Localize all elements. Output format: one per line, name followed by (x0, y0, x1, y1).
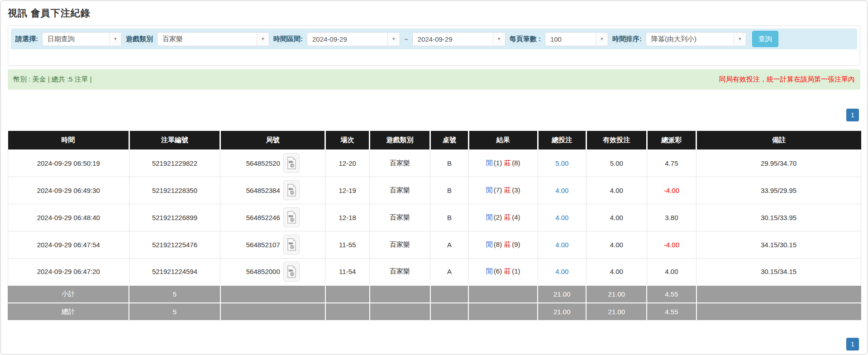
table-no-cell: B (430, 204, 469, 231)
table-no-cell: A (430, 258, 469, 285)
page-size-value: 100 (545, 33, 595, 46)
date-to-select[interactable]: 2024-09-29 ▼ (412, 32, 506, 46)
player-score: (6) (494, 267, 502, 275)
table-header-row: 時間 注單編號 局號 場次 遊戲類別 桌號 結果 總投注 有效投注 總派彩 備註 (8, 131, 861, 149)
pagination-bottom: 1 (1, 338, 859, 350)
sort-order-label: 時間排序: (612, 35, 642, 43)
result-cell: 閒(6)莊(1) (468, 258, 538, 285)
chevron-down-icon: ▼ (493, 33, 505, 46)
total-bet-link[interactable]: 4.00 (555, 187, 568, 194)
page-title: 視訊 會員下注紀錄 (1, 1, 867, 19)
grand-total-valid-bet: 21.00 (586, 303, 647, 321)
video-record-icon[interactable] (283, 262, 300, 282)
time-cell: 2024-09-29 06:47:20 (8, 258, 129, 285)
video-record-icon[interactable] (283, 180, 300, 200)
banker-score: (8) (512, 159, 520, 167)
payout-cell: 4.00 (647, 258, 696, 285)
summary-bar: 幣別 : 美金 | 總共 :5 注單 | 同局有效投注，統一計算在該局第一張注單… (8, 69, 860, 90)
game-type-cell: 百家樂 (370, 177, 430, 204)
table-row: 2024-09-29 06:47:20 521921224594 5648520… (8, 258, 861, 285)
player-score: (2) (494, 213, 502, 221)
total-bet-cell: 4.00 (538, 231, 586, 258)
round-id-cell: 564852384 (220, 177, 325, 204)
game-type-select[interactable]: 百家樂 ▼ (157, 32, 269, 46)
session-cell: 12-18 (325, 204, 370, 231)
banker-label: 莊 (504, 186, 511, 194)
valid-bet-cell: 4.00 (586, 231, 647, 258)
bet-id-cell: 521921225476 (129, 231, 220, 258)
table-no-cell: B (430, 149, 469, 177)
grand-total-row: 總計 5 21.00 21.00 4.55 (8, 303, 861, 321)
round-id: 564852520 (246, 159, 280, 167)
sort-order-select[interactable]: 降冪(由大到小) ▼ (646, 32, 746, 46)
table-no-cell: B (430, 177, 469, 204)
bet-id-cell: 521921224594 (129, 258, 220, 285)
session-cell: 12-19 (325, 177, 370, 204)
total-bet-cell: 4.00 (538, 204, 586, 231)
subtotal-valid-bet: 21.00 (586, 285, 647, 303)
round-id-cell: 564852520 (220, 149, 325, 177)
result-cell: 閒(1)莊(8) (468, 149, 538, 177)
time-cell: 2024-09-29 06:47:54 (8, 231, 129, 258)
filter-panel: 請選擇: 日期查詢 ▼ 遊戲類別 百家樂 ▼ 時間區間: 2024-09-29 … (8, 25, 860, 66)
subtotal-total-bet: 21.00 (538, 285, 586, 303)
remark-cell: 33.95/29.95 (696, 177, 861, 204)
round-id: 564852384 (246, 187, 280, 194)
player-score: (7) (494, 186, 502, 194)
grand-total-count: 5 (129, 303, 220, 321)
table-row: 2024-09-29 06:47:54 521921225476 5648521… (8, 231, 861, 258)
chevron-down-icon: ▼ (387, 33, 400, 46)
game-type-label: 遊戲類別 (126, 35, 153, 43)
total-bet-cell: 4.00 (538, 177, 586, 204)
pagination-top: 1 (1, 109, 859, 121)
col-header-result: 結果 (468, 131, 538, 149)
bet-records-table: 時間 注單編號 局號 場次 遊戲類別 桌號 結果 總投注 有效投注 總派彩 備註… (8, 131, 861, 321)
game-type-value: 百家樂 (157, 33, 256, 46)
video-record-icon[interactable] (283, 153, 300, 173)
currency-total-text: 幣別 : 美金 | 總共 :5 注單 | (13, 75, 92, 84)
time-cell: 2024-09-29 06:50:19 (8, 149, 129, 177)
chevron-down-icon: ▼ (596, 33, 608, 46)
date-to-value: 2024-09-29 (413, 33, 492, 46)
search-button[interactable]: 查詢 (752, 31, 778, 47)
banker-score: (9) (512, 240, 520, 248)
date-range-separator: ~ (404, 35, 408, 43)
game-type-cell: 百家樂 (370, 204, 430, 231)
banker-score: (3) (512, 186, 520, 194)
page-number-button[interactable]: 1 (846, 338, 859, 350)
query-type-select[interactable]: 日期查詢 ▼ (42, 32, 122, 46)
total-bet-link[interactable]: 4.00 (555, 214, 568, 221)
filter-bar: 請選擇: 日期查詢 ▼ 遊戲類別 百家樂 ▼ 時間區間: 2024-09-29 … (11, 29, 857, 49)
chevron-down-icon: ▼ (109, 33, 121, 46)
total-bet-link[interactable]: 4.00 (555, 268, 568, 275)
chevron-down-icon: ▼ (257, 33, 269, 46)
page-container: 視訊 會員下注紀錄 請選擇: 日期查詢 ▼ 遊戲類別 百家樂 ▼ 時間區間: 2… (0, 0, 868, 355)
result-cell: 閒(7)莊(3) (468, 177, 538, 204)
col-header-session: 場次 (325, 131, 370, 149)
player-label: 閒 (486, 186, 493, 194)
table-row: 2024-09-29 06:50:19 521921229822 5648525… (8, 149, 861, 177)
video-record-icon[interactable] (283, 207, 300, 227)
table-row: 2024-09-29 06:48:40 521921226899 5648522… (8, 204, 861, 231)
round-id-cell: 564852000 (220, 258, 325, 285)
round-id: 564852000 (246, 268, 280, 275)
page-number-button[interactable]: 1 (846, 109, 859, 121)
round-id-cell: 564852246 (220, 204, 325, 231)
query-type-value: 日期查詢 (43, 33, 108, 46)
remark-cell: 29.95/34.70 (696, 149, 861, 177)
total-bet-link[interactable]: 5.00 (555, 159, 568, 167)
payout-cell: -4.00 (647, 177, 696, 204)
banker-score: (1) (512, 267, 520, 275)
grand-total-total-bet: 21.00 (538, 303, 586, 321)
result-cell: 閒(2)莊(4) (468, 204, 538, 231)
total-bet-link[interactable]: 4.00 (555, 241, 568, 249)
valid-bet-cell: 5.00 (586, 149, 647, 177)
date-from-select[interactable]: 2024-09-29 ▼ (307, 32, 400, 46)
col-header-bet-id: 注單編號 (129, 131, 220, 149)
payout-cell: 3.80 (647, 204, 696, 231)
total-bet-cell: 4.00 (538, 258, 586, 285)
page-size-select[interactable]: 100 ▼ (545, 32, 608, 46)
video-record-icon[interactable] (283, 235, 300, 254)
time-cell: 2024-09-29 06:49:30 (8, 177, 129, 204)
session-cell: 11-54 (325, 258, 370, 285)
